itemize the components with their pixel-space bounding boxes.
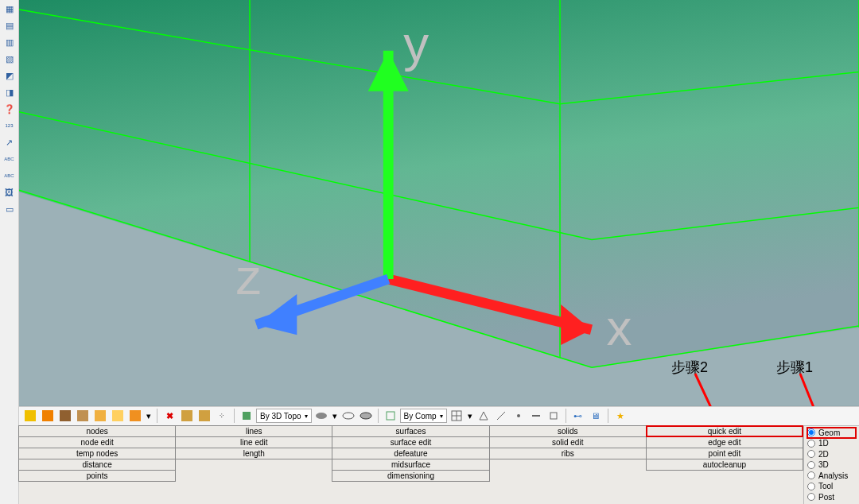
panel-quick-edit[interactable]: quick edit [646,425,803,437]
page-radio-analysis[interactable]: Analysis [807,471,856,482]
panel-points[interactable]: points [18,470,176,482]
orient-icon[interactable]: ◨ [2,85,17,99]
page-radio-input-2d[interactable] [807,450,815,458]
visualization-toolbar: ▾ ✖ ⁘ By 3D Topo▾ ▾ By Comp▾ ▾ ⊷ [19,406,859,425]
panel-node-edit[interactable]: node edit [18,436,176,448]
surface-wire2-icon[interactable] [358,408,374,424]
page-radio-label: 2D [818,450,829,459]
svg-point-43 [517,414,520,417]
panel-line-edit[interactable]: line edit [175,436,332,448]
panel-surface-edit[interactable]: surface edit [332,436,489,448]
main-menu-panel: nodeslinessurfacessolidsquick editnode e… [19,425,859,505]
page-radio-input-1d[interactable] [807,440,815,448]
comp-color3-icon[interactable] [57,408,73,424]
panel-midsurface[interactable]: midsurface [332,459,489,471]
page-radio-input-post[interactable] [807,493,815,501]
abc-tag-icon[interactable]: ABC [2,152,17,166]
numbers-icon[interactable]: 123 [2,118,17,133]
model-icon[interactable]: ▥ [2,35,17,49]
help-icon[interactable]: ❓ [2,102,17,116]
undo-icon[interactable] [179,408,195,424]
point-icon[interactable] [511,408,527,424]
svg-rect-45 [550,413,557,419]
display-icon[interactable]: 🖥 [588,408,604,424]
page-radio-post[interactable]: Post [807,492,856,503]
shrink-icon[interactable] [476,408,492,424]
delete-icon[interactable]: ✖ [161,408,177,424]
mesh-toggle-icon[interactable] [449,408,464,424]
dropdown-icon[interactable]: ▾ [145,408,153,424]
svg-marker-41 [480,412,488,420]
color-mode-combo[interactable]: By Comp▾ [400,409,447,423]
abc-down-icon[interactable]: ABC [2,169,17,183]
svg-rect-29 [112,410,123,421]
line-icon[interactable] [493,408,509,424]
panel-solid-edit[interactable]: solid edit [489,436,647,448]
comp-color5-icon[interactable] [92,408,108,424]
favorite-icon[interactable]: ★ [612,408,628,424]
svg-text:x: x [607,299,632,356]
panel-dimensioning[interactable]: dimensioning [332,470,489,482]
topo-icon[interactable] [239,408,255,424]
svg-rect-30 [130,410,141,421]
page-radio-input-tool[interactable] [807,483,815,490]
panel-ribs[interactable]: ribs [489,448,647,459]
svg-point-34 [316,413,327,419]
image-icon[interactable]: 🖼 [2,185,17,200]
page-radio-input-analysis[interactable] [807,471,815,479]
panel-distance[interactable]: distance [18,459,176,471]
components-icon[interactable]: ▤ [2,18,17,33]
surface-wire-icon[interactable] [340,408,356,424]
panel-autocleanup[interactable]: autocleanup [646,459,803,471]
page-radio-geom[interactable]: Geom [807,428,856,439]
window-icon[interactable]: ▭ [2,202,17,216]
panel-length[interactable]: length [175,448,332,459]
axis-triad: x y z [19,0,859,406]
svg-rect-27 [77,410,88,421]
panel-nodes[interactable]: nodes [18,425,176,437]
panel-surfaces[interactable]: surfaces [332,425,489,437]
svg-text:y: y [403,15,429,72]
panel-edge-edit[interactable]: edge edit [646,436,803,448]
node-cloud-icon[interactable]: ⁘ [214,408,230,424]
redo-icon[interactable] [196,408,212,424]
surface-shade-icon[interactable] [313,408,329,424]
dropdown2-icon[interactable]: ▾ [331,408,339,424]
cube-icon[interactable] [383,408,398,424]
svg-rect-31 [181,410,192,421]
svg-rect-37 [387,412,395,420]
topology-mode-combo[interactable]: By 3D Topo▾ [256,409,312,423]
page-radio-input-geom[interactable] [807,428,815,436]
card-icon[interactable]: ▧ [2,52,17,66]
page-radio-column: Geom1D2D3DAnalysisToolPost [803,426,859,505]
dropdown3-icon[interactable]: ▾ [466,408,474,424]
box-icon[interactable] [546,408,562,424]
page-radio-3d[interactable]: 3D [807,459,856,471]
vector-icon[interactable]: ↗ [2,135,17,149]
panel-defeature[interactable]: defeature [332,448,489,459]
edge-icon[interactable] [528,408,544,424]
comp-color4-icon[interactable] [75,408,91,424]
viewport-3d[interactable]: x y z 步骤2 步骤1 [19,0,859,406]
page-radio-1d[interactable]: 1D [807,438,856,449]
comp-color2-icon[interactable] [40,408,56,424]
svg-point-35 [343,413,354,419]
connector-icon[interactable]: ⊷ [570,408,586,424]
page-radio-2d[interactable]: 2D [807,449,856,460]
panel-empty [175,459,332,471]
left-toolbar: ▦▤▥▧◩◨❓123↗ABCABC🖼▭ [0,0,19,504]
svg-line-42 [497,412,505,420]
panel-temp-nodes[interactable]: temp nodes [18,448,176,459]
panel-point-edit[interactable]: point edit [646,448,803,459]
comp-color1-icon[interactable] [22,408,38,424]
comp-color6-icon[interactable] [110,408,126,424]
page-radio-input-3d[interactable] [807,461,815,469]
svg-rect-28 [95,410,106,421]
page-radio-tool[interactable]: Tool [807,481,856,492]
isometric-icon[interactable]: ◩ [2,68,17,83]
panel-lines[interactable]: lines [175,425,332,437]
comp-color7-icon[interactable] [127,408,143,424]
assembly-icon[interactable]: ▦ [2,2,17,16]
svg-rect-24 [25,410,36,421]
panel-solids[interactable]: solids [489,425,647,437]
